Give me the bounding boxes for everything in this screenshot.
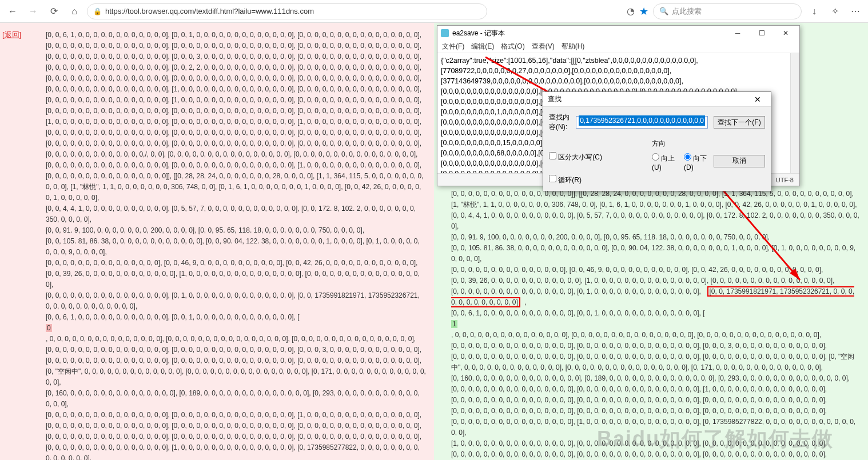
find-dialog: 查找 ✕ 查找内容(N): 0,1735952326721,0,0,0,0,0,…	[543, 91, 771, 191]
notepad-icon	[441, 29, 449, 37]
home-button[interactable]: ⌂	[66, 3, 82, 19]
notepad-title: ea2save - 记事本	[452, 29, 724, 38]
favorite-icon[interactable]: ★	[639, 5, 648, 18]
diff-removed-marker: 0	[46, 324, 52, 332]
minimize-button[interactable]: ─	[727, 26, 748, 40]
url-bar[interactable]: 🔒 https://tool.browser.qq.com/textdiff.h…	[87, 3, 487, 19]
direction-down[interactable]: 向下(D)	[684, 153, 708, 171]
status-encoding: UTF-8	[776, 177, 794, 183]
cancel-button[interactable]: 取消	[714, 155, 765, 167]
search-placeholder: 点此搜索	[672, 6, 702, 17]
find-titlebar[interactable]: 查找 ✕	[543, 92, 771, 107]
scrollbar[interactable]	[790, 53, 799, 173]
notepad-menubar: 文件(F) 编辑(E) 格式(O) 查看(V) 帮助(H)	[437, 41, 799, 53]
diff-left-content: [0, 0, 6, 1, 0, 0, 0, 0, 0, 0, 0, 0, 0, …	[0, 23, 434, 460]
menu-format[interactable]: 格式(O)	[501, 42, 524, 51]
notepad-titlebar[interactable]: ea2save - 记事本 ─ ☐ ✕	[437, 26, 799, 41]
url-text: https://tool.browser.qq.com/textdiff.htm…	[105, 7, 314, 15]
diff-left-column: [返回] [0, 0, 6, 1, 0, 0, 0, 0, 0, 0, 0, 0…	[0, 23, 434, 460]
find-close-button[interactable]: ✕	[749, 95, 766, 104]
menu-edit[interactable]: 编辑(E)	[471, 42, 494, 51]
find-input-value: 0,1735952326721,0,0,0,0,0,0,0,0,0,0,0,0	[579, 115, 705, 126]
diff-text: , 0, 0, 0, 0, 0, 0, 0, 0, 0, 0, 0, 0, 0,…	[46, 335, 428, 460]
lock-icon: 🔒	[93, 7, 102, 15]
refresh-button[interactable]: ⟳	[46, 3, 62, 19]
diff-container: [返回] [0, 0, 6, 1, 0, 0, 0, 0, 0, 0, 0, 0…	[0, 23, 868, 460]
extensions-button[interactable]: ✧	[827, 3, 843, 19]
wrap-checkbox[interactable]: 循环(R)	[549, 175, 708, 185]
menu-help[interactable]: 帮助(H)	[562, 42, 585, 51]
direction-label: 方向	[652, 139, 666, 149]
qq-icon[interactable]: ◔	[627, 6, 635, 17]
close-button[interactable]: ✕	[775, 26, 796, 40]
forward-button[interactable]: →	[25, 3, 41, 19]
diff-text: [0, 0, 0, 0, 0, 0, 0, 0, 0, 0, 0, 0, 0, …	[451, 190, 861, 295]
search-icon: 🔍	[659, 7, 668, 15]
diff-right-column: [0, 0, 0, 0, 0, 0, 0, 0, 0, 0, 0, 0, 0, …	[434, 23, 868, 460]
diff-added-marker: 1	[451, 320, 457, 328]
menu-view[interactable]: 查看(V)	[532, 42, 555, 51]
back-button[interactable]: ←	[5, 3, 21, 19]
find-title: 查找	[548, 94, 749, 104]
browser-toolbar: ← → ⟳ ⌂ 🔒 https://tool.browser.qq.com/te…	[0, 0, 868, 23]
search-bar[interactable]: 🔍 点此搜索	[653, 3, 802, 19]
watermark: Baidu如何了解如何去做	[597, 425, 834, 453]
menu-file[interactable]: 文件(F)	[442, 42, 464, 51]
find-label: 查找内容(N):	[549, 113, 570, 132]
menu-button[interactable]: ⋯	[847, 3, 863, 19]
direction-up[interactable]: 向上(U)	[652, 153, 676, 171]
find-input[interactable]: 0,1735952326721,0,0,0,0,0,0,0,0,0,0,0,0	[576, 116, 708, 129]
find-next-button[interactable]: 查找下一个(F)	[714, 116, 765, 129]
download-button[interactable]: ↓	[806, 3, 822, 19]
diff-text: [0, 0, 6, 1, 0, 0, 0, 0, 0, 0, 0, 0, 0, …	[46, 31, 425, 321]
back-link[interactable]: [返回]	[2, 30, 21, 40]
maximize-button[interactable]: ☐	[751, 26, 772, 40]
